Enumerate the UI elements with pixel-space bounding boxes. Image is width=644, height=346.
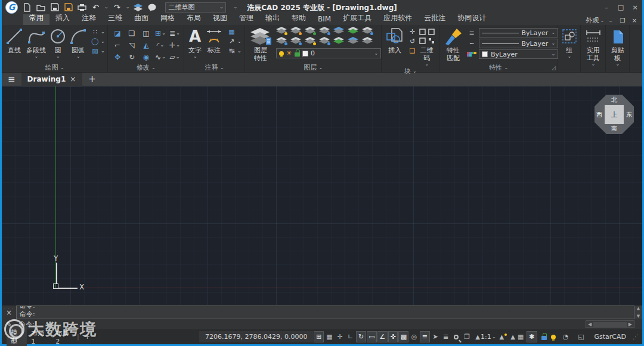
- erase-tool[interactable]: ◪: [110, 27, 125, 39]
- array-tool[interactable]: ⊞: [153, 27, 168, 39]
- new-file-icon[interactable]: [22, 2, 32, 13]
- subtract-tool[interactable]: ◫: [139, 27, 153, 39]
- block-editor-tool[interactable]: ↺: [408, 38, 417, 45]
- polyline-edit-tool[interactable]: ⌐: [110, 39, 125, 51]
- clipboard-button[interactable]: 剪贴板: [608, 26, 627, 72]
- command-history[interactable]: 命令: 命令:: [16, 306, 634, 319]
- text-tool[interactable]: A 文字: [187, 26, 203, 63]
- layer-walk-tool[interactable]: [348, 37, 360, 46]
- layer-select[interactable]: ☀ 0: [276, 48, 381, 58]
- arc-tool[interactable]: 圆弧: [68, 26, 88, 63]
- layout2-tab[interactable]: 布局2: [51, 327, 76, 346]
- save-icon[interactable]: [49, 2, 60, 13]
- save-as-icon[interactable]: [63, 2, 73, 13]
- open-folder-icon[interactable]: [36, 2, 46, 13]
- circle-chevron-icon[interactable]: [56, 54, 60, 59]
- doc-restore-button[interactable]: ❐: [617, 17, 628, 24]
- ellipse-chevron-icon[interactable]: [101, 39, 105, 44]
- layer-vpfreeze-tool[interactable]: [362, 37, 374, 46]
- isolate-objects-toggle[interactable]: ≣: [441, 331, 451, 342]
- transparency-toggle[interactable]: ◎: [409, 331, 419, 342]
- line-tool[interactable]: 直线: [4, 26, 24, 63]
- linetype-icon[interactable]: ┅: [467, 40, 476, 48]
- match-properties-button[interactable]: 特性 匹配: [442, 26, 465, 63]
- app-logo-icon[interactable]: G: [5, 1, 18, 14]
- clipboard-chevron-icon[interactable]: [615, 62, 620, 67]
- layer-merge-tool[interactable]: [333, 37, 345, 46]
- snap-mode-toggle[interactable]: ▦: [324, 331, 335, 342]
- trim-chevron-icon[interactable]: [176, 55, 180, 60]
- set-base-point-tool[interactable]: ✛: [408, 28, 417, 36]
- annotation-autoscale-toggle[interactable]: ▲: [510, 333, 515, 340]
- view-cube-east[interactable]: 东: [626, 111, 632, 119]
- text-chevron-icon[interactable]: [193, 54, 197, 59]
- fillet-chevron-icon[interactable]: [160, 43, 164, 48]
- group-button[interactable]: 组: [561, 26, 578, 72]
- performance-monitor-icon[interactable]: ❐: [462, 331, 472, 342]
- layer-make-current-tool[interactable]: [333, 27, 345, 36]
- insert-block-button[interactable]: 插入: [384, 26, 405, 67]
- break-tool[interactable]: ∿: [153, 51, 168, 63]
- lineweight-select[interactable]: ByLayer: [479, 28, 558, 38]
- settings-gear-icon[interactable]: ✱: [527, 331, 537, 342]
- panel-block-label[interactable]: 块: [382, 67, 439, 76]
- hatch-tool[interactable]: ▨: [91, 47, 105, 55]
- selection-cycling-toggle[interactable]: ➤: [431, 331, 441, 342]
- command-grip-icon[interactable]: · · ·: [4, 306, 14, 311]
- layer-unisolate-tool[interactable]: [290, 37, 302, 46]
- object-snap-toggle[interactable]: ✜: [388, 331, 398, 342]
- ui-lock-icon[interactable]: [541, 336, 547, 340]
- doc-minimize-button[interactable]: –: [605, 17, 616, 24]
- linetype-select[interactable]: ByLayer: [479, 39, 558, 48]
- layer-unlock-tool[interactable]: [305, 27, 317, 36]
- lineweight-display-toggle[interactable]: ≡: [420, 331, 430, 342]
- resize-grip-icon[interactable]: ⋰: [633, 333, 639, 340]
- polyline-tool[interactable]: 多段线: [24, 26, 48, 63]
- hardware-acceleration-icon[interactable]: [551, 335, 556, 339]
- workspace-switch-icon[interactable]: [133, 2, 143, 13]
- layer-off-tool[interactable]: [276, 27, 288, 36]
- layer-lock-tool[interactable]: [305, 37, 317, 46]
- tab-bim[interactable]: BIM: [312, 14, 337, 25]
- grid-display-toggle[interactable]: ⊞: [314, 331, 324, 342]
- explode-tool[interactable]: ◹: [125, 39, 139, 51]
- polar-tracking-toggle[interactable]: ↻: [356, 331, 366, 342]
- view-cube[interactable]: 北 南 西 东 上: [595, 95, 634, 134]
- toolbar-more-icon[interactable]: [233, 5, 237, 10]
- panel-draw-label[interactable]: 绘图: [2, 63, 107, 72]
- clean-screen-icon[interactable]: ◱: [576, 331, 587, 342]
- redo-chevron-icon[interactable]: [126, 5, 130, 10]
- undo-chevron-icon[interactable]: [104, 5, 109, 10]
- panel-properties-label[interactable]: 特性 ◿: [439, 63, 558, 72]
- polyline-chevron-icon[interactable]: [34, 54, 38, 59]
- minimize-button[interactable]: –: [599, 1, 614, 14]
- object-snap-tracking-toggle[interactable]: ∠: [377, 331, 388, 342]
- panel-modify-label[interactable]: 修改: [108, 63, 184, 72]
- close-button[interactable]: ×: [628, 1, 642, 14]
- panel-layers-label[interactable]: 图层: [245, 63, 381, 72]
- command-horizontal-scrollbar[interactable]: ◀ ▶: [586, 320, 634, 328]
- redo-icon[interactable]: ↷: [112, 2, 122, 13]
- document-tab-close-icon[interactable]: ×: [70, 75, 76, 83]
- scroll-up-icon[interactable]: ▲: [637, 306, 640, 311]
- layer-thaw-tool[interactable]: [319, 37, 331, 46]
- scroll-down-icon[interactable]: ▼: [637, 314, 640, 319]
- chat-icon[interactable]: [147, 2, 157, 13]
- ellipse-tool[interactable]: ◯: [91, 38, 105, 45]
- undo-icon[interactable]: ↶: [91, 2, 101, 13]
- scroll-right-icon[interactable]: ▶: [628, 322, 632, 327]
- view-cube-north[interactable]: 北: [611, 96, 617, 104]
- qr-chevron-icon[interactable]: [425, 62, 429, 67]
- leader-tool[interactable]: ↗: [227, 38, 242, 45]
- ortho-mode-toggle[interactable]: ∟: [346, 331, 356, 342]
- view-cube-top[interactable]: 上: [605, 105, 624, 124]
- align-tool[interactable]: ≣: [168, 27, 182, 39]
- drawing-canvas[interactable]: Y X 北 南 西 东 上: [2, 86, 642, 305]
- workspace-select[interactable]: 二维草图: [165, 2, 226, 13]
- grid-snap-toggle[interactable]: ✛: [335, 331, 345, 342]
- scrollbar-track[interactable]: [593, 322, 627, 327]
- workspace-grid-icon[interactable]: ▦: [516, 331, 526, 342]
- utilities-chevron-icon[interactable]: [591, 62, 595, 67]
- layer-previous-tool[interactable]: [362, 27, 374, 36]
- qr-code-button[interactable]: 二维码: [417, 26, 436, 67]
